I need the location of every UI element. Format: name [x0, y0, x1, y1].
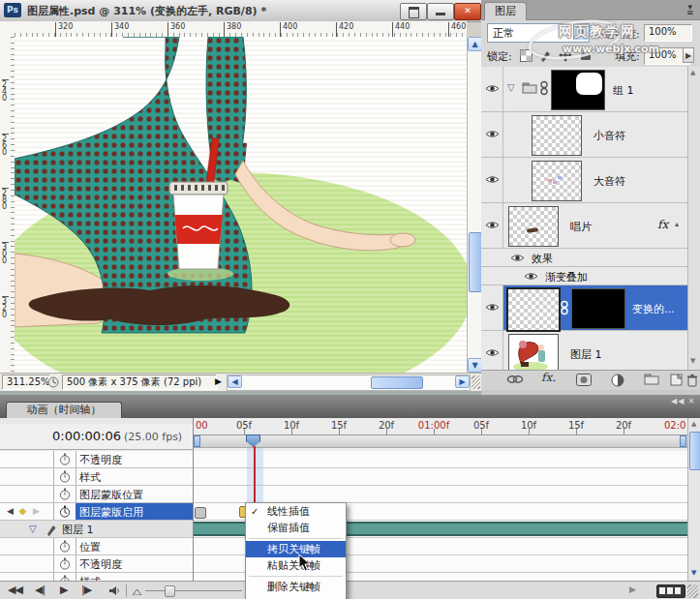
stopwatch-icon[interactable] [59, 540, 71, 553]
resize-grip[interactable] [472, 375, 480, 389]
scroll-up-icon[interactable]: ▲ [691, 420, 696, 428]
menu-item-hold-interpolation[interactable]: 保留插值 [246, 520, 346, 536]
group-mask-thumbnail[interactable] [551, 70, 605, 110]
layer-style-fx-icon[interactable]: fx. [541, 371, 556, 384]
stopwatch-cell[interactable] [53, 538, 76, 554]
eye-icon[interactable] [485, 220, 500, 230]
stopwatch-icon[interactable] [59, 488, 71, 500]
group-expand-icon[interactable]: ▽ [29, 524, 37, 534]
lock-all-padlock-icon[interactable] [580, 47, 592, 61]
eye-icon[interactable] [510, 253, 525, 263]
hscroll-thumb[interactable] [371, 376, 423, 389]
close-panel-icon[interactable]: ✕ [688, 397, 696, 405]
collapse-icon[interactable]: ◀◀ [671, 397, 685, 405]
close-button[interactable]: ✕ [454, 3, 481, 20]
stopwatch-cell[interactable] [53, 555, 76, 572]
menu-item-paste-keyframe[interactable]: 粘贴关键帧 [246, 557, 346, 574]
eye-icon[interactable] [485, 347, 500, 358]
work-area-start-handle[interactable] [194, 435, 200, 447]
selected-row-field[interactable]: 图层蒙版启用 [76, 503, 193, 520]
visibility-cell[interactable] [481, 285, 503, 330]
row-opacity-2[interactable]: 不透明度 [0, 555, 193, 573]
scroll-left-icon[interactable]: ◀ [228, 375, 242, 388]
first-frame-button[interactable]: ◀◀ [8, 584, 22, 596]
new-layer-icon[interactable] [670, 374, 684, 386]
stopwatch-cell[interactable] [53, 468, 76, 485]
layer-row-layer1[interactable]: 图层 1 [481, 331, 688, 370]
layer-row-group1[interactable]: ▽ 组 1 [481, 67, 688, 112]
row-layer1-group[interactable]: ▽ 图层 1 [0, 521, 193, 538]
status-menu-arrow-icon[interactable]: ▶ [215, 376, 222, 386]
dropdown-chevron-icon[interactable]: ▼ [573, 24, 589, 40]
layer-name[interactable]: 图层 1 [570, 347, 602, 362]
time-ruler[interactable]: 00 05f 10f 15f 20f 01:00f 05f 10f 15f 20… [194, 418, 687, 435]
time-code[interactable]: 0:00:00:06 [52, 429, 121, 443]
layer-thumbnail[interactable] [508, 206, 559, 247]
mask-link-icon[interactable] [561, 300, 568, 315]
menu-item-copy-keyframe[interactable]: 拷贝关键帧 [246, 541, 346, 557]
minimize-button[interactable] [427, 3, 454, 20]
layer-thumbnail[interactable] [508, 334, 559, 370]
zoom-level[interactable]: 311.25% [2, 374, 50, 390]
scroll-up-icon[interactable]: ▲ [468, 37, 482, 51]
blend-mode-select[interactable]: 正常 ▼ [487, 23, 590, 43]
fx-collapse-icon[interactable]: ▴ [675, 220, 679, 228]
layer-row-transformed-selected[interactable]: 变换的... [481, 285, 688, 331]
menu-item-linear-interpolation[interactable]: ✓ 线性插值 [246, 503, 346, 520]
scroll-down-icon[interactable]: ▼ [468, 358, 482, 373]
layer-name[interactable]: 变换的... [632, 302, 675, 316]
stopwatch-cell[interactable] [53, 503, 76, 520]
next-keyframe-icon[interactable]: ▶ [33, 506, 40, 516]
stopwatch-icon[interactable] [59, 453, 71, 465]
delete-layer-trash-icon[interactable] [686, 374, 698, 387]
zoom-out-mountain-icon[interactable] [133, 588, 141, 595]
stopwatch-cell[interactable] [53, 451, 76, 467]
timeline-zoom-slider[interactable] [145, 590, 242, 591]
layer-name[interactable]: 组 1 [613, 83, 634, 98]
layer-thumbnail[interactable] [532, 115, 582, 156]
keyframe-diamond-icon[interactable]: ◆ [19, 506, 26, 516]
prev-frame-button[interactable]: ◀| [35, 584, 45, 596]
add-mask-icon[interactable] [576, 374, 592, 386]
panel-resize-grip[interactable] [687, 584, 698, 598]
keyframe-marker-gray[interactable] [195, 507, 206, 519]
menu-item-delete-keyframe[interactable]: 删除关键帧 [246, 579, 346, 595]
row-style[interactable]: 样式 [0, 468, 193, 486]
restore-button[interactable] [400, 3, 427, 20]
new-group-icon[interactable] [644, 374, 659, 385]
layer-name[interactable]: 小音符 [593, 129, 625, 143]
row-opacity[interactable]: 不透明度 [0, 451, 193, 468]
visibility-cell[interactable] [481, 331, 503, 370]
scroll-up-icon[interactable]: ▲ [690, 69, 695, 76]
visibility-cell[interactable] [481, 67, 503, 111]
canvas-artwork[interactable] [15, 37, 467, 373]
group-expand-icon[interactable]: ▽ [507, 82, 515, 93]
tab-animation-timeline[interactable]: 动画（时间轴） [6, 402, 122, 419]
document-vscrollbar[interactable]: ▲ ▼ [467, 37, 482, 373]
eye-icon[interactable] [524, 271, 538, 282]
vscroll-thumb[interactable] [469, 232, 482, 292]
prev-keyframe-icon[interactable]: ◀ [7, 506, 14, 516]
timeline-vscrollbar[interactable]: ▲ ▼ [687, 418, 700, 581]
convert-to-frame-animation-button[interactable] [656, 584, 685, 598]
layer-name[interactable]: 唱片 [570, 220, 592, 234]
work-area-end-handle[interactable] [680, 435, 686, 447]
lock-position-move-icon[interactable] [559, 48, 572, 62]
document-hscrollbar[interactable]: ◀ ▶ [227, 374, 471, 391]
stopwatch-cell[interactable] [53, 486, 76, 502]
eye-icon[interactable] [485, 174, 500, 185]
vscroll-thumb[interactable] [689, 432, 700, 470]
row-mask-position[interactable]: 图层蒙版位置 [0, 486, 193, 503]
panel-collapse-close-icons[interactable]: ◀◀ ✕ [671, 397, 696, 405]
effects-row[interactable]: 效果 [481, 249, 688, 267]
gradient-overlay-label[interactable]: 渐变叠加 [545, 270, 588, 285]
document-title-bar[interactable]: Ps 图层属性.psd @ 311% (变换的左手, RGB/8) * ✕ [0, 0, 481, 22]
eye-icon[interactable] [485, 302, 500, 313]
stopwatch-icon[interactable] [59, 470, 71, 483]
layer-thumbnail[interactable] [532, 161, 582, 201]
mask-link-icon[interactable] [540, 80, 548, 96]
layer-row-record[interactable]: 唱片 fx ▴ [481, 203, 688, 249]
layers-scrollbar[interactable]: ▲ ▼ [687, 67, 700, 370]
row-position[interactable]: 位置 [0, 538, 193, 555]
layer-name[interactable]: 大音符 [593, 174, 625, 189]
